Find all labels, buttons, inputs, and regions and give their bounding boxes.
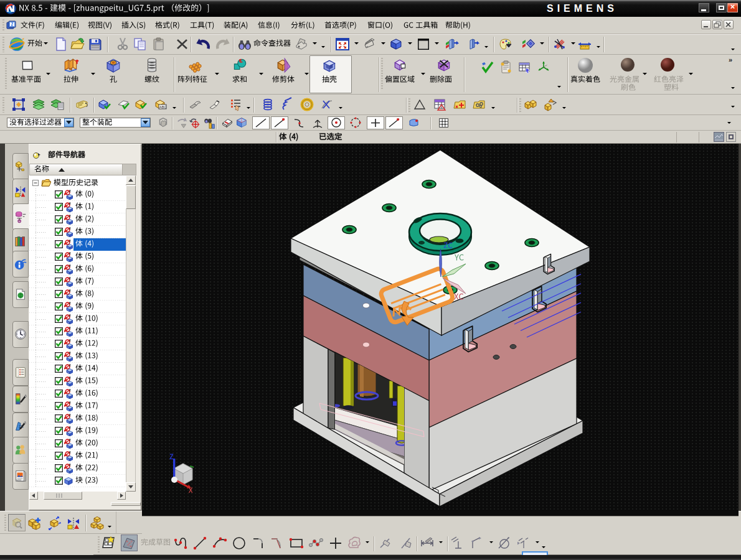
svg-text:ABC: ABC <box>159 105 166 109</box>
